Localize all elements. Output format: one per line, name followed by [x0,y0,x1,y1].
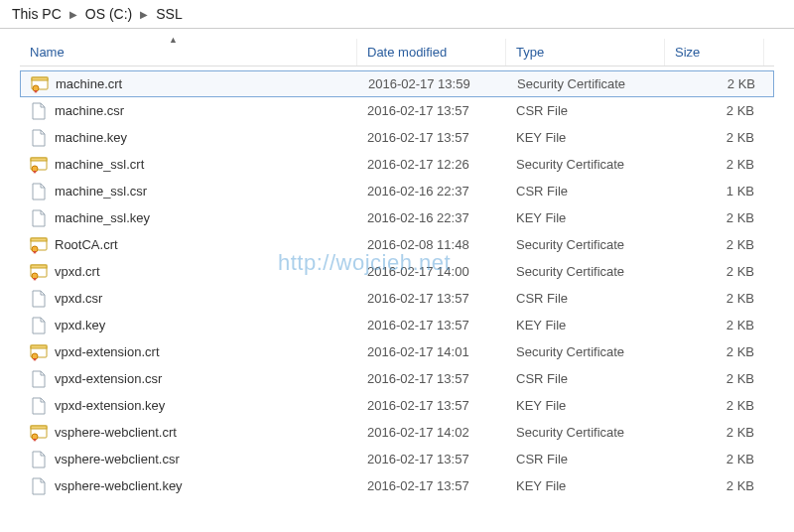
column-header-size[interactable]: Size [665,39,764,66]
file-size: 2 KB [665,398,764,413]
file-size: 1 KB [665,184,764,199]
breadcrumb-item[interactable]: OS (C:) [85,6,132,22]
file-type: Security Certificate [506,237,665,252]
file-name: machine.key [55,130,127,145]
chevron-right-icon: ▶ [140,9,148,20]
file-type: CSR File [506,452,665,466]
file-row[interactable]: vpxd.key2016-02-17 13:57KEY File2 KB [20,312,774,338]
file-row[interactable]: vsphere-webclient.crt2016-02-17 14:02Sec… [20,419,774,446]
file-name: vpxd.crt [55,264,100,279]
file-type: CSR File [506,371,665,386]
file-date: 2016-02-16 22:37 [357,210,506,225]
file-type: Security Certificate [506,157,665,172]
sort-ascending-icon: ▲ [169,35,178,45]
file-type: CSR File [506,184,665,199]
file-name-cell: machine_ssl.key [20,209,357,227]
file-name: machine_ssl.csr [55,184,147,199]
file-name-cell: vpxd.crt [20,263,357,281]
file-row[interactable]: vsphere-webclient.csr2016-02-17 13:57CSR… [20,446,774,472]
file-date: 2016-02-17 13:57 [357,452,506,466]
file-name-cell: machine.key [20,129,357,147]
file-type: KEY File [506,130,665,145]
file-size: 2 KB [665,237,764,252]
file-name-cell: machine.csr [20,102,357,120]
file-name-cell: vpxd.csr [20,290,357,308]
file-name: vpxd.csr [55,291,102,306]
file-name: vpxd-extension.crt [55,344,160,359]
file-icon [30,370,48,388]
file-icon [30,477,48,495]
file-row[interactable]: machine_ssl.csr2016-02-16 22:37CSR File1… [20,178,774,204]
file-date: 2016-02-17 13:57 [357,103,506,118]
file-size: 2 KB [666,76,765,91]
file-name: vsphere-webclient.crt [55,425,177,440]
file-row[interactable]: vpxd.crt2016-02-17 14:00Security Certifi… [20,258,774,285]
file-icon [30,317,48,334]
file-row[interactable]: machine_ssl.crt2016-02-17 12:26Security … [20,151,774,178]
file-size: 2 KB [665,371,764,386]
file-date: 2016-02-17 13:59 [358,76,507,91]
file-size: 2 KB [665,425,764,440]
column-header-label: Date modified [367,45,447,60]
file-row[interactable]: vpxd-extension.csr2016-02-17 13:57CSR Fi… [20,365,774,392]
file-row[interactable]: machine.key2016-02-17 13:57KEY File2 KB [20,124,774,151]
file-size: 2 KB [665,344,764,359]
file-size: 2 KB [665,157,764,172]
breadcrumb[interactable]: This PC ▶ OS (C:) ▶ SSL [0,0,794,29]
file-date: 2016-02-17 14:02 [357,425,506,440]
file-icon [30,129,48,147]
file-name-cell: RootCA.crt [20,236,357,254]
file-row[interactable]: machine.csr2016-02-17 13:57CSR File2 KB [20,97,774,124]
certificate-icon [30,236,48,254]
file-icon [30,183,48,200]
column-header-label: Size [675,45,700,60]
file-row[interactable]: machine_ssl.key2016-02-16 22:37KEY File2… [20,204,774,231]
file-date: 2016-02-16 22:37 [357,184,506,199]
file-name-cell: vpxd.key [20,317,357,334]
file-row[interactable]: RootCA.crt2016-02-08 11:48Security Certi… [20,231,774,258]
file-date: 2016-02-17 13:57 [357,478,506,493]
file-type: CSR File [506,291,665,306]
file-row[interactable]: vpxd.csr2016-02-17 13:57CSR File2 KB [20,285,774,312]
file-type: KEY File [506,478,665,493]
file-type: KEY File [506,210,665,225]
file-icon [30,209,48,227]
chevron-right-icon: ▶ [69,9,77,20]
column-header-label: Name [30,45,65,60]
breadcrumb-item[interactable]: SSL [156,6,182,22]
file-name: RootCA.crt [55,237,118,252]
file-name-cell: vpxd-extension.crt [20,343,357,361]
file-name: vsphere-webclient.key [55,478,183,493]
file-size: 2 KB [665,210,764,225]
file-icon [30,290,48,308]
file-date: 2016-02-17 14:01 [357,344,506,359]
file-name-cell: vpxd-extension.csr [20,370,357,388]
file-row[interactable]: vpxd-extension.key2016-02-17 13:57KEY Fi… [20,392,774,419]
file-date: 2016-02-17 13:57 [357,398,506,413]
certificate-icon [31,75,49,93]
certificate-icon [30,263,48,281]
file-type: KEY File [506,318,665,332]
file-name: vpxd-extension.csr [55,371,162,386]
file-icon [30,451,48,468]
file-rows-container: machine.crt2016-02-17 13:59Security Cert… [20,70,774,499]
file-row[interactable]: vsphere-webclient.key2016-02-17 13:57KEY… [20,472,774,499]
file-name: machine_ssl.crt [55,157,144,172]
file-name-cell: machine_ssl.crt [20,156,357,174]
certificate-icon [30,156,48,174]
file-row[interactable]: vpxd-extension.crt2016-02-17 14:01Securi… [20,338,774,365]
file-type: Security Certificate [506,264,665,279]
file-size: 2 KB [665,318,764,332]
file-type: KEY File [506,398,665,413]
breadcrumb-item[interactable]: This PC [12,6,62,22]
file-name-cell: vsphere-webclient.crt [20,424,357,442]
file-name-cell: vsphere-webclient.key [20,477,357,495]
file-size: 2 KB [665,478,764,493]
column-header-name[interactable]: Name ▲ [20,39,357,66]
file-row[interactable]: machine.crt2016-02-17 13:59Security Cert… [20,70,774,97]
file-type: Security Certificate [506,344,665,359]
file-date: 2016-02-08 11:48 [357,237,506,252]
file-name: vpxd.key [55,318,105,332]
column-header-date[interactable]: Date modified [357,39,506,66]
column-header-type[interactable]: Type [506,39,665,66]
